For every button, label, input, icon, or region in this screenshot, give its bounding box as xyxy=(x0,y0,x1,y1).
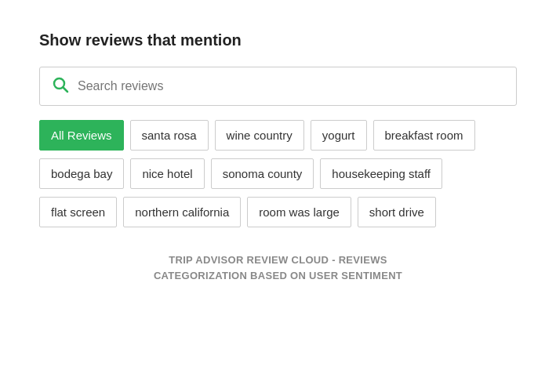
tag-santa-rosa[interactable]: santa rosa xyxy=(130,120,209,151)
tags-row-2: bodega bay nice hotel sonoma county hous… xyxy=(39,158,517,189)
tag-all-reviews[interactable]: All Reviews xyxy=(39,120,124,151)
footer-line1: TRIP ADVISOR REVIEW CLOUD - REVIEWS xyxy=(39,252,517,268)
svg-line-1 xyxy=(64,88,68,93)
search-box xyxy=(39,67,517,106)
main-container: Show reviews that mention All Reviews sa… xyxy=(0,0,556,307)
tag-sonoma-county[interactable]: sonoma county xyxy=(211,158,314,189)
tags-container: All Reviews santa rosa wine country yogu… xyxy=(39,120,517,227)
tag-breakfast-room[interactable]: breakfast room xyxy=(373,120,475,151)
tags-row-1: All Reviews santa rosa wine country yogu… xyxy=(39,120,517,151)
tag-wine-country[interactable]: wine country xyxy=(215,120,304,151)
tag-yogurt[interactable]: yogurt xyxy=(311,120,367,151)
search-icon xyxy=(51,75,70,97)
tag-short-drive[interactable]: short drive xyxy=(358,197,436,227)
tag-northern-california[interactable]: northern california xyxy=(123,197,241,227)
tag-nice-hotel[interactable]: nice hotel xyxy=(130,158,204,189)
search-input[interactable] xyxy=(78,79,505,93)
tag-bodega-bay[interactable]: bodega bay xyxy=(39,158,124,189)
tag-room-was-large[interactable]: room was large xyxy=(247,197,351,227)
section-heading: Show reviews that mention xyxy=(39,31,517,49)
tag-housekeeping-staff[interactable]: housekeeping staff xyxy=(320,158,442,189)
tag-flat-screen[interactable]: flat screen xyxy=(39,197,117,227)
tags-row-3: flat screen northern california room was… xyxy=(39,197,517,227)
footer-text: TRIP ADVISOR REVIEW CLOUD - REVIEWS CATE… xyxy=(39,252,517,283)
footer-line2: CATEGORIZATION BASED ON USER SENTIMENT xyxy=(39,268,517,284)
